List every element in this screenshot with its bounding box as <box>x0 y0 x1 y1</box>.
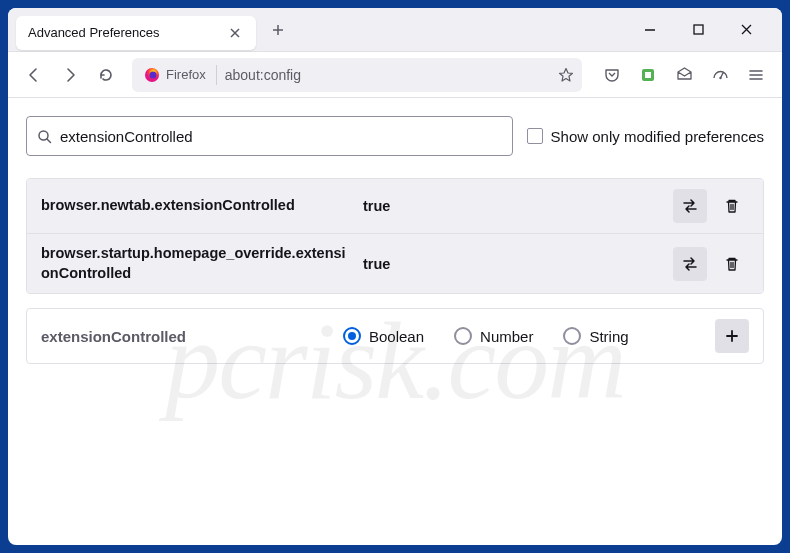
back-button[interactable] <box>18 59 50 91</box>
radio-icon <box>563 327 581 345</box>
tab-title: Advanced Preferences <box>28 25 226 40</box>
extension-button[interactable] <box>632 59 664 91</box>
toolbar-actions <box>596 59 772 91</box>
radio-boolean[interactable]: Boolean <box>343 327 424 345</box>
add-preference-row: extensionControlled Boolean Number Strin… <box>26 308 764 364</box>
url-text: about:config <box>225 67 550 83</box>
maximize-button[interactable] <box>678 14 718 46</box>
pocket-button[interactable] <box>596 59 628 91</box>
browser-window: Advanced Preferences <box>8 8 782 545</box>
preference-results: browser.newtab.extensionControlled true … <box>26 178 764 294</box>
show-only-modified-checkbox[interactable]: Show only modified preferences <box>527 128 764 145</box>
svg-rect-4 <box>645 72 651 78</box>
bookmark-star-icon[interactable] <box>558 67 574 83</box>
tab-close-button[interactable] <box>226 24 244 42</box>
radio-number[interactable]: Number <box>454 327 533 345</box>
svg-point-2 <box>150 71 157 78</box>
minimize-button[interactable] <box>630 14 670 46</box>
preference-row: browser.startup.homepage_override.extens… <box>27 233 763 293</box>
dashboard-button[interactable] <box>704 59 736 91</box>
search-icon <box>37 129 52 144</box>
firefox-icon <box>144 67 160 83</box>
browser-tab[interactable]: Advanced Preferences <box>16 16 256 50</box>
preference-value: true <box>363 256 661 272</box>
window-controls <box>630 14 766 46</box>
checkbox-label: Show only modified preferences <box>551 128 764 145</box>
radio-label: Boolean <box>369 328 424 345</box>
navigation-toolbar: Firefox about:config <box>8 52 782 98</box>
add-preference-name: extensionControlled <box>41 328 331 345</box>
svg-point-5 <box>719 77 721 79</box>
preference-name: browser.newtab.extensionControlled <box>41 196 351 216</box>
radio-string[interactable]: String <box>563 327 628 345</box>
type-radio-group: Boolean Number String <box>343 327 703 345</box>
radio-icon <box>343 327 361 345</box>
radio-icon <box>454 327 472 345</box>
app-menu-button[interactable] <box>740 59 772 91</box>
url-bar[interactable]: Firefox about:config <box>132 58 582 92</box>
svg-rect-0 <box>694 25 703 34</box>
inbox-button[interactable] <box>668 59 700 91</box>
radio-label: Number <box>480 328 533 345</box>
preference-name: browser.startup.homepage_override.extens… <box>41 244 351 283</box>
row-actions <box>673 189 749 223</box>
content-area: Show only modified preferences browser.n… <box>8 98 782 545</box>
delete-button[interactable] <box>715 247 749 281</box>
titlebar: Advanced Preferences <box>8 8 782 52</box>
search-row: Show only modified preferences <box>26 116 764 156</box>
delete-button[interactable] <box>715 189 749 223</box>
radio-label: String <box>589 328 628 345</box>
reload-button[interactable] <box>90 59 122 91</box>
identity-label: Firefox <box>166 67 206 82</box>
close-window-button[interactable] <box>726 14 766 46</box>
forward-button[interactable] <box>54 59 86 91</box>
toggle-button[interactable] <box>673 189 707 223</box>
identity-box[interactable]: Firefox <box>140 65 217 85</box>
new-tab-button[interactable] <box>262 14 294 46</box>
toggle-button[interactable] <box>673 247 707 281</box>
preference-row: browser.newtab.extensionControlled true <box>27 179 763 233</box>
preference-search-box[interactable] <box>26 116 513 156</box>
preference-value: true <box>363 198 661 214</box>
checkbox-icon <box>527 128 543 144</box>
preference-search-input[interactable] <box>60 128 502 145</box>
add-button[interactable] <box>715 319 749 353</box>
row-actions <box>673 247 749 281</box>
